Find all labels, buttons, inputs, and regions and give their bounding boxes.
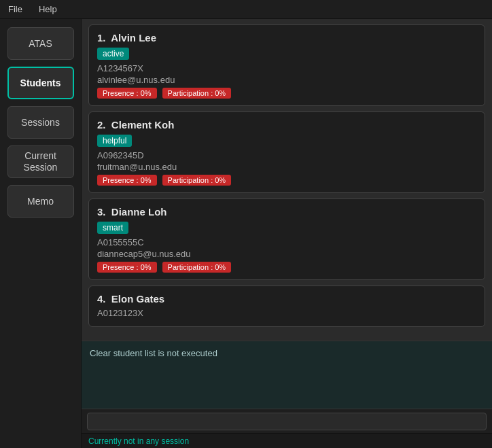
sidebar-btn-memo[interactable]: Memo	[7, 185, 74, 218]
command-input[interactable]	[87, 413, 487, 430]
sidebar: ATAS Students Sessions CurrentSession Me…	[0, 19, 82, 448]
stats-row: Presence : 0% Participation : 0%	[97, 175, 476, 186]
log-message: Clear student list is not executed	[90, 348, 217, 358]
participation-badge: Participation : 0%	[162, 175, 232, 186]
student-email: alvinlee@u.nus.edu	[97, 75, 476, 85]
student-id: A0962345D	[97, 150, 476, 160]
participation-badge: Participation : 0%	[162, 88, 232, 99]
student-card[interactable]: 2. Clement KohhelpfulA0962345Dfruitman@u…	[88, 111, 485, 193]
status-text: Currently not in any session	[88, 436, 189, 446]
sidebar-btn-atas[interactable]: ATAS	[7, 27, 74, 60]
app-body: ATAS Students Sessions CurrentSession Me…	[0, 19, 492, 448]
student-email: fruitman@u.nus.edu	[97, 162, 476, 172]
presence-badge: Presence : 0%	[97, 262, 157, 273]
student-list[interactable]: 1. Alvin LeeactiveA1234567Xalvinlee@u.nu…	[82, 19, 492, 341]
student-name: 4. Elon Gates	[97, 293, 476, 305]
student-name: 2. Clement Koh	[97, 119, 476, 131]
student-id: A0155555C	[97, 237, 476, 247]
participation-badge: Participation : 0%	[162, 262, 232, 273]
status-bar: Currently not in any session	[82, 433, 492, 448]
student-email: diannecap5@u.nus.edu	[97, 249, 476, 259]
student-tag: smart	[97, 222, 128, 234]
student-id: A0123123X	[97, 308, 476, 318]
sidebar-btn-students[interactable]: Students	[7, 67, 74, 99]
menu-help[interactable]: Help	[36, 3, 60, 16]
log-area: Clear student list is not executed	[82, 341, 492, 409]
student-card[interactable]: 3. Dianne LohsmartA0155555Cdiannecap5@u.…	[88, 199, 485, 280]
student-id: A1234567X	[97, 63, 476, 73]
stats-row: Presence : 0% Participation : 0%	[97, 88, 476, 99]
student-name: 1. Alvin Lee	[97, 32, 476, 44]
stats-row: Presence : 0% Participation : 0%	[97, 262, 476, 273]
presence-badge: Presence : 0%	[97, 175, 157, 186]
menu-bar: File Help	[0, 0, 492, 19]
presence-badge: Presence : 0%	[97, 88, 157, 99]
content-area: 1. Alvin LeeactiveA1234567Xalvinlee@u.nu…	[82, 19, 492, 448]
student-tag: helpful	[97, 135, 132, 147]
command-row	[82, 409, 492, 433]
menu-file[interactable]: File	[5, 3, 25, 16]
sidebar-btn-current-session[interactable]: CurrentSession	[7, 145, 74, 178]
sidebar-btn-sessions[interactable]: Sessions	[7, 106, 74, 139]
student-card[interactable]: 1. Alvin LeeactiveA1234567Xalvinlee@u.nu…	[88, 24, 485, 106]
student-card[interactable]: 4. Elon GatesA0123123X	[88, 286, 485, 327]
student-tag: active	[97, 48, 129, 60]
student-name: 3. Dianne Loh	[97, 206, 476, 218]
